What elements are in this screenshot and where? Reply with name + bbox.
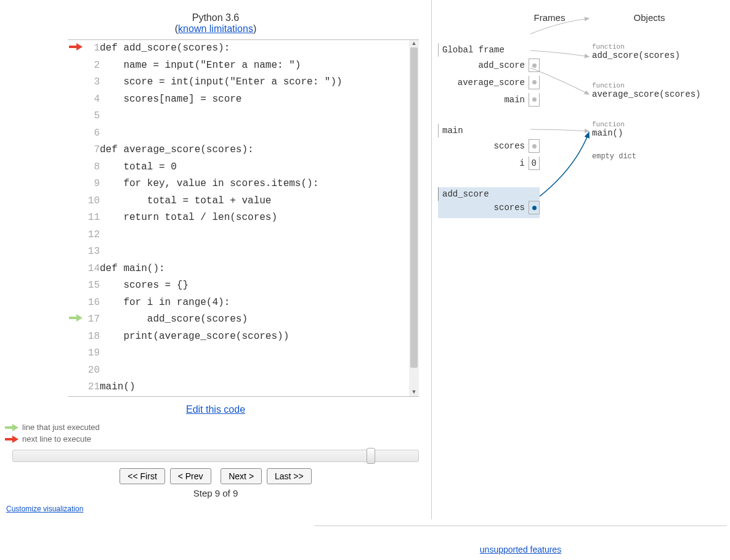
code-text: scores[name] = score xyxy=(100,91,419,108)
pointer-dot-icon xyxy=(532,97,537,102)
pointer-dot-icon xyxy=(532,206,537,210)
arrow-cell xyxy=(68,379,83,396)
arrow-cell xyxy=(68,227,83,244)
scroll-up-icon[interactable]: ▲ xyxy=(409,40,419,47)
line-number: 10 xyxy=(83,193,100,210)
last-button[interactable]: Last >> xyxy=(267,468,312,484)
var-i: i 0 xyxy=(438,155,540,172)
code-line: 18 print(average_score(scores)) xyxy=(68,328,419,346)
right-panel: Frames Objects Global frame add xyxy=(431,0,730,519)
code-line: 15 scores = {} xyxy=(68,277,419,294)
obj-add-score: function add_score(scores) xyxy=(592,43,700,60)
line-number: 1 xyxy=(83,40,100,57)
var-main: main xyxy=(438,91,540,108)
code-area[interactable]: ▲ ▼ 1def add_score(scores):2 name = inpu… xyxy=(68,39,419,397)
line-number: 19 xyxy=(83,345,100,362)
code-text: print(average_score(scores)) xyxy=(100,328,419,346)
var-box xyxy=(529,93,540,107)
code-text: main() xyxy=(100,379,419,396)
code-line: 11 return total / len(scores) xyxy=(68,209,419,227)
footer: unsupported features xyxy=(314,526,727,554)
language-label: Python 3.6 xyxy=(192,12,240,23)
code-line: 20 xyxy=(68,362,419,379)
slider-handle[interactable] xyxy=(367,448,375,464)
known-limitations-link[interactable]: known limitations xyxy=(178,23,253,34)
arrow-cell xyxy=(68,243,83,261)
arrow-cell xyxy=(68,91,83,108)
customize-wrap: Customize visualization xyxy=(6,505,425,513)
line-number: 8 xyxy=(83,159,100,176)
pointer-dot-icon xyxy=(532,144,537,148)
line-number: 18 xyxy=(83,328,100,346)
unsupported-features-link[interactable]: unsupported features xyxy=(480,545,561,554)
code-line: 17 add_score(scores) xyxy=(68,311,419,328)
controls: << First < Prev Next > Last >> xyxy=(6,468,425,484)
line-number: 21 xyxy=(83,379,100,396)
scrollbar[interactable]: ▲ ▼ xyxy=(409,40,419,396)
scrollbar-thumb[interactable] xyxy=(410,47,418,368)
edit-code-link[interactable]: Edit this code xyxy=(186,404,245,415)
line-number: 9 xyxy=(83,176,100,193)
code-line: 3 score = int(input("Enter a score: ")) xyxy=(68,74,419,91)
code-text xyxy=(100,362,419,379)
var-box xyxy=(529,201,540,214)
step-label: Step 9 of 9 xyxy=(6,488,425,498)
objects-column: function add_score(scores) function aver… xyxy=(592,43,700,182)
code-text xyxy=(100,227,419,244)
code-line: 16 for i in range(4): xyxy=(68,294,419,312)
code-text: return total / len(scores) xyxy=(100,209,419,227)
line-number: 5 xyxy=(83,108,100,125)
code-text: def add_score(scores): xyxy=(100,40,419,57)
code-text: total = 0 xyxy=(100,159,419,176)
arrow-cell xyxy=(68,362,83,379)
code-text: name = input("Enter a name: ") xyxy=(100,57,419,75)
first-button[interactable]: << First xyxy=(120,468,164,484)
obj-average-score: function average_score(scores) xyxy=(592,82,700,99)
line-number: 11 xyxy=(83,209,100,227)
line-number: 14 xyxy=(83,261,100,278)
customize-link[interactable]: Customize visualization xyxy=(6,505,83,513)
legend-green-label: line that just executed xyxy=(22,423,100,432)
code-line: 5 xyxy=(68,108,419,125)
main-frame-title: main xyxy=(438,124,540,137)
code-line: 9 for key, value in scores.items(): xyxy=(68,176,419,193)
code-text: total = total + value xyxy=(100,193,419,210)
green-arrow-icon xyxy=(76,314,83,322)
arrow-cell xyxy=(68,57,83,75)
line-number: 17 xyxy=(83,311,100,328)
code-line: 2 name = input("Enter a name: ") xyxy=(68,57,419,75)
arrow-cell xyxy=(68,40,83,57)
code-text: add_score(scores) xyxy=(100,311,419,328)
var-box xyxy=(529,139,540,153)
add-score-frame: add_score scores xyxy=(438,187,540,218)
line-number: 2 xyxy=(83,57,100,75)
prev-button[interactable]: < Prev xyxy=(170,468,211,484)
line-number: 7 xyxy=(83,142,100,159)
code-text xyxy=(100,108,419,125)
next-button[interactable]: Next > xyxy=(221,468,262,484)
arrow-cell xyxy=(68,176,83,193)
green-arrow-icon xyxy=(12,424,18,431)
arrow-cell xyxy=(68,193,83,210)
arrow-cell xyxy=(68,311,83,328)
code-text: def main(): xyxy=(100,261,419,278)
line-number: 3 xyxy=(83,74,100,91)
legend-red: next line to execute xyxy=(12,434,425,444)
legend-green: line that just executed xyxy=(12,423,425,432)
obj-main: function main() xyxy=(592,121,700,138)
line-number: 20 xyxy=(83,362,100,379)
var-average-score: average_score xyxy=(438,74,540,91)
frames-header: Frames xyxy=(534,12,566,23)
scroll-down-icon[interactable]: ▼ xyxy=(409,389,419,396)
left-panel: Python 3.6 (known limitations) ▲ ▼ 1def … xyxy=(0,0,431,519)
objects-header: Objects xyxy=(634,12,665,23)
red-arrow-icon xyxy=(76,43,83,51)
arrow-cell xyxy=(68,142,83,159)
pointer-dot-icon xyxy=(532,63,537,68)
edit-link-wrap: Edit this code xyxy=(6,404,425,415)
pointer-dot-icon xyxy=(532,80,537,84)
code-line: 19 xyxy=(68,345,419,362)
step-slider[interactable] xyxy=(12,450,419,462)
add-score-frame-title: add_score xyxy=(438,187,540,201)
line-number: 13 xyxy=(83,243,100,261)
